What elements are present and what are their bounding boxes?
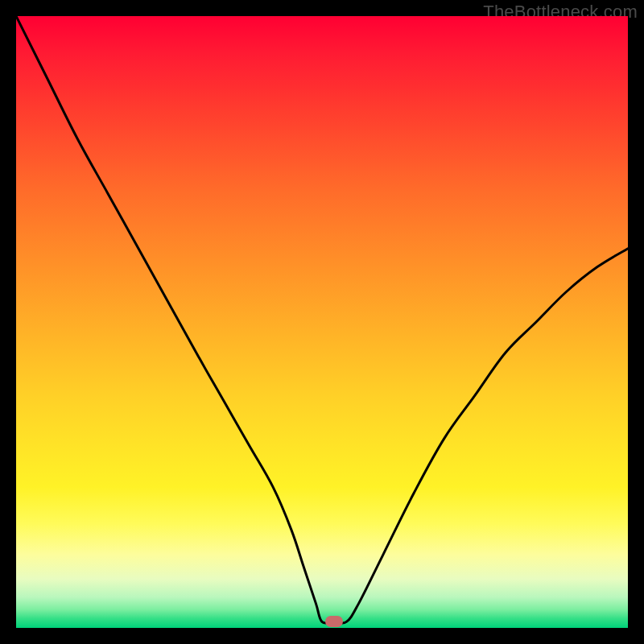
optimal-marker bbox=[325, 616, 343, 627]
bottleneck-curve bbox=[16, 16, 628, 628]
chart-frame: TheBottleneck.com bbox=[0, 0, 644, 644]
plot-area bbox=[16, 16, 628, 628]
